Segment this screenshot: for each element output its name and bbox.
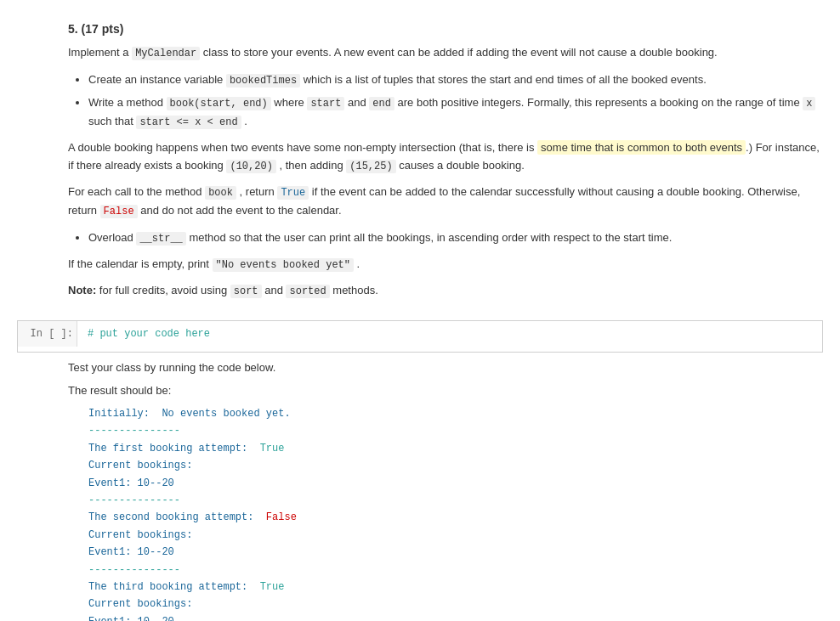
class-name-code: MyCalendar — [132, 47, 200, 60]
start-lte-code: start <= x < end — [136, 116, 241, 129]
result-line-3b: True — [260, 443, 285, 454]
example1-code: (10,20) — [226, 160, 275, 173]
result-line-5: Event1: 10--20 — [88, 475, 823, 492]
result-line-7b: False — [266, 511, 297, 523]
result-line-2: --------------- — [88, 422, 823, 439]
bookedtimes-code: bookedTimes — [226, 74, 300, 88]
x-code: x — [803, 97, 815, 110]
cell-label: In [ ]: — [18, 321, 77, 347]
start-code: start — [307, 97, 344, 110]
intro2-text: class to store your events. A new event … — [203, 46, 718, 59]
result-line-3a: The first booking attempt: — [88, 443, 260, 454]
result-line-6: --------------- — [88, 492, 823, 509]
result-line-11: The third booking attempt: True — [88, 579, 823, 596]
false-code: False — [100, 205, 138, 218]
result-line-7a: The second booking attempt: — [88, 511, 266, 523]
double-booking-desc: A double booking happens when two events… — [68, 139, 823, 175]
output-section: Test your class by running the code belo… — [0, 356, 840, 621]
code-cell: In [ ]: # put your code here — [17, 320, 823, 353]
test-label: Test your class by running the code belo… — [68, 359, 823, 377]
book-inline-code: book — [205, 186, 236, 200]
result-line-8: Current bookings: — [88, 527, 823, 544]
bullet-2: Write a method book(start, end) where st… — [88, 93, 823, 132]
note-label: Note: — [68, 284, 96, 296]
result-line-11b: True — [260, 581, 285, 593]
result-line-13: Event1: 10--20 — [88, 613, 823, 621]
result-line-11a: The third booking attempt: — [88, 581, 260, 593]
bullet-1: Create an instance variable bookedTimes … — [88, 71, 823, 89]
end-code: end — [369, 97, 394, 110]
result-block: Initially: No events booked yet. -------… — [88, 405, 823, 621]
result-line-1: Initially: No events booked yet. — [88, 405, 823, 422]
page-wrapper: 5. (17 pts) Implement a MyCalendar class… — [0, 0, 840, 621]
book-method-code: book(start, end) — [167, 97, 271, 110]
bullet-3: Overload __str__ method so that the user… — [88, 229, 823, 247]
example2-code: (15,25) — [346, 160, 395, 173]
problem-bullets: Create an instance variable bookedTimes … — [88, 71, 823, 131]
cell-content[interactable]: # put your code here — [77, 321, 822, 352]
problem-section: 5. (17 pts) Implement a MyCalendar class… — [0, 14, 840, 317]
sort-code: sort — [230, 285, 262, 298]
note-desc: Note: for full credits, avoid using sort… — [68, 282, 823, 300]
cell-placeholder-text: # put your code here — [88, 328, 210, 340]
cell-label-text: In [ ]: — [31, 328, 73, 340]
result-label: The result should be: — [68, 382, 823, 400]
for-each-desc: For each call to the method book , retur… — [68, 183, 823, 219]
sorted-code: sorted — [286, 285, 329, 298]
true-code: True — [277, 186, 309, 200]
str-method-code: __str__ — [136, 232, 185, 246]
result-line-4: Current bookings: — [88, 457, 823, 474]
no-events-code: "No events booked yet" — [213, 258, 354, 272]
problem-number: 5. (17 pts) — [68, 22, 123, 36]
result-line-12: Current bookings: — [88, 596, 823, 613]
result-line-3: The first booking attempt: True — [88, 440, 823, 457]
result-line-9: Event1: 10--20 — [88, 544, 823, 561]
result-line-7: The second booking attempt: False — [88, 509, 823, 526]
highlight-some-time: some time that is common to both events — [537, 140, 746, 155]
problem-intro: Implement a MyCalendar class to store yo… — [68, 44, 823, 62]
problem-title: 5. (17 pts) — [68, 22, 823, 36]
intro-text: Implement a — [68, 46, 129, 59]
result-line-10: --------------- — [88, 562, 823, 579]
empty-calendar-desc: If the calendar is empty, print "No even… — [68, 256, 823, 274]
bullet-3-list: Overload __str__ method so that the user… — [88, 229, 823, 247]
